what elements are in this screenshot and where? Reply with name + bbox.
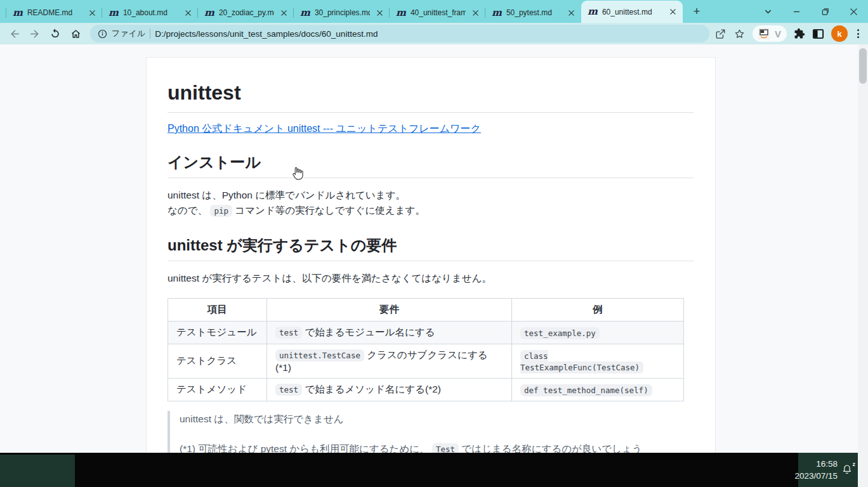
desktop-corner [0, 455, 75, 487]
browser-tab[interactable]: m 60_unittest.md [581, 1, 683, 23]
tab-title: 30_principles.md [315, 8, 370, 17]
tab-close-icon[interactable] [87, 8, 97, 18]
tab-search-chevron-icon[interactable] [754, 0, 782, 23]
notification-bell-icon[interactable]: z [841, 464, 854, 476]
toolbar-right: V k [714, 25, 862, 42]
scrollbar-thumb[interactable] [859, 48, 867, 84]
col-header-item: 項目 [168, 299, 267, 321]
markdown-favicon-icon: m [588, 7, 598, 16]
table-header-row: 項目 要件 例 [168, 299, 684, 321]
forward-icon[interactable] [25, 24, 44, 43]
markdown-favicon-icon: m [109, 8, 119, 18]
install-line-2: なので、 pip コマンド等の実行なしですぐに使えます。 [168, 203, 694, 219]
tab-title: 40_unittest_fram [411, 8, 466, 17]
browser-tab[interactable]: m 40_unittest_fram [390, 3, 485, 23]
browser-tab[interactable]: m 20_zodiac_py.md [198, 3, 294, 23]
home-icon[interactable] [66, 24, 85, 43]
back-icon[interactable] [5, 24, 24, 43]
col-header-requirement: 要件 [267, 299, 512, 321]
table-row: テストメソッド test で始まるメソッド名にする(*2) def test_m… [168, 379, 684, 401]
markdown-favicon-icon: m [300, 8, 310, 18]
minimize-button[interactable] [782, 0, 811, 23]
info-icon[interactable] [98, 29, 107, 39]
browser-tab[interactable]: m 10_about.md [102, 3, 198, 23]
section-install-heading: インストール [168, 153, 694, 178]
tab-title: 10_about.md [123, 8, 178, 17]
desktop-band [0, 453, 858, 487]
blockquote-note: unittest は、関数では実行できません [180, 411, 694, 427]
cell-example: def test_method_name(self) [512, 379, 684, 401]
side-panel-icon[interactable] [812, 28, 824, 40]
cell-requirement: test で始まるモジュール名にする [267, 321, 512, 344]
browser-tab[interactable]: m 30_principles.md [294, 3, 390, 23]
pinned-extensions: V [753, 25, 787, 42]
page-viewport: unittest Python 公式ドキュメント unittest --- ユニ… [0, 44, 858, 453]
cell-requirement: test で始まるメソッド名にする(*2) [267, 379, 512, 401]
tab-close-icon[interactable] [667, 7, 678, 17]
markdown-favicon-icon: m [492, 8, 502, 18]
cell-item: テストメソッド [168, 379, 267, 401]
browser-menu-icon[interactable] [855, 27, 862, 41]
address-bar[interactable]: ファイル D:/projects/lessons/unit_test_sampl… [90, 25, 709, 42]
browser-tab[interactable]: m 50_pytest.md [485, 3, 581, 23]
col-header-example: 例 [512, 299, 684, 321]
tab-close-icon[interactable] [183, 8, 193, 18]
requirements-intro: unittest が実行するテストは、以下の要件を満たさなくてはなりません。 [168, 271, 694, 286]
profile-avatar[interactable]: k [831, 25, 848, 42]
python-docs-link[interactable]: Python 公式ドキュメント unittest --- ユニットテストフレーム… [168, 122, 481, 136]
tab-strip: m README.md m 10_about.md m 20_zodiac_py… [0, 0, 868, 23]
taskbar-clock-area[interactable]: 16:58 2023/07/15 z [798, 453, 858, 487]
screen: m README.md m 10_about.md m 20_zodiac_py… [0, 0, 868, 487]
section-requirements-heading: unittest が実行するテストの要件 [168, 236, 694, 261]
extensions-puzzle-icon[interactable] [794, 28, 805, 39]
browser-toolbar: ファイル D:/projects/lessons/unit_test_sampl… [0, 23, 868, 44]
tab-title: 60_unittest.md [602, 8, 663, 16]
table-row: テストクラス unittest.TestCase クラスのサブクラスにする(*1… [168, 344, 684, 379]
markdown-favicon-icon: m [204, 8, 214, 18]
cell-example: test_example.py [512, 321, 684, 344]
tab-title: 20_zodiac_py.md [219, 8, 274, 17]
window-controls [754, 0, 868, 23]
cell-requirement: unittest.TestCase クラスのサブクラスにする(*1) [267, 344, 512, 379]
tab-title: 50_pytest.md [506, 8, 562, 17]
note-blockquote: unittest は、関数では実行できません (*1) 可読性および pytes… [168, 411, 694, 453]
cell-example: class TestExampleFunc(TestCase) [512, 344, 684, 379]
cell-item: テストモジュール [168, 321, 267, 344]
table-row: テストモジュール test で始まるモジュール名にする test_example… [168, 321, 684, 344]
footnote-1: (*1) 可読性および pytest からも利用可能にするために、 Test で… [180, 441, 694, 453]
url-path: D:/projects/lessons/unit_test_samples/do… [155, 29, 378, 39]
new-tab-button[interactable]: + [688, 3, 706, 20]
url-scheme-label: ファイル [112, 28, 145, 39]
markdown-card: unittest Python 公式ドキュメント unittest --- ユニ… [146, 57, 716, 453]
markdown-viewer-extension-icon[interactable] [758, 28, 770, 39]
bookmark-star-icon[interactable] [733, 28, 746, 40]
tab-title: README.md [27, 8, 82, 17]
url-separator [150, 29, 150, 39]
close-button[interactable] [839, 0, 868, 23]
install-line-1: unittest は、Python に標準でバンドルされています。 [168, 188, 694, 203]
share-icon[interactable] [714, 28, 727, 40]
scrollbar-track[interactable] [858, 44, 868, 487]
tab-close-icon[interactable] [374, 8, 385, 18]
requirements-table: 項目 要件 例 テストモジュール test で始まるモジュール名にする test… [168, 298, 684, 401]
tabs: m README.md m 10_about.md m 20_zodiac_py… [0, 0, 683, 23]
tab-close-icon[interactable] [279, 8, 289, 18]
tab-close-icon[interactable] [470, 8, 480, 18]
taskbar-clock[interactable]: 16:58 2023/07/15 [794, 458, 838, 482]
tab-close-icon[interactable] [566, 8, 576, 18]
vue-devtools-extension-icon[interactable]: V [775, 29, 781, 39]
reload-icon[interactable] [46, 24, 65, 43]
markdown-favicon-icon: m [13, 8, 23, 18]
clock-date: 2023/07/15 [794, 470, 838, 482]
clock-time: 16:58 [794, 458, 838, 470]
browser-tab[interactable]: m README.md [6, 3, 102, 23]
page-title: unittest [168, 81, 694, 113]
markdown-favicon-icon: m [396, 8, 406, 18]
cell-item: テストクラス [168, 344, 267, 379]
restore-button[interactable] [811, 0, 839, 23]
